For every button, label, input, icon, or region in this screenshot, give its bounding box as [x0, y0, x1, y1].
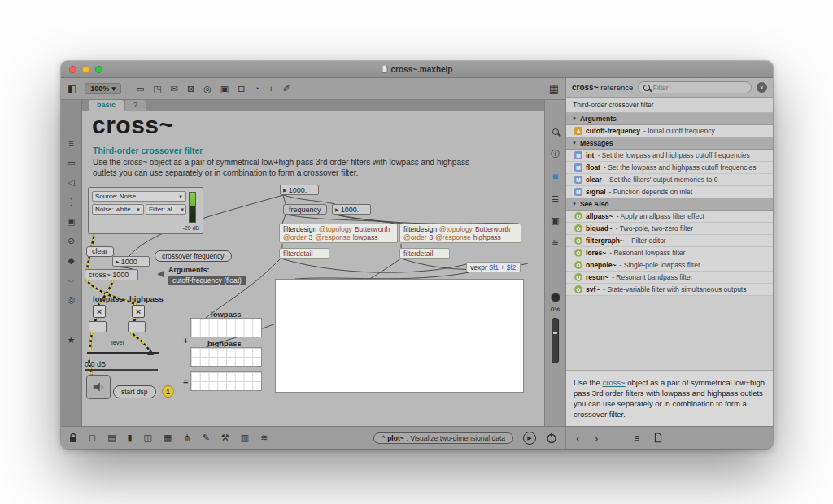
slider-thumb[interactable] [147, 349, 154, 355]
noise-menu[interactable]: Noise: white▼ [92, 204, 144, 215]
cross-reference-link[interactable]: cross~ [602, 378, 625, 387]
reference-item[interactable]: Mfloat - Set the lowpass and highpass cu… [566, 162, 773, 174]
toggle-object-icon[interactable]: ◳ [153, 84, 161, 94]
power-button[interactable] [546, 432, 557, 444]
lowpass-gain-object[interactable] [89, 321, 107, 332]
display-icon[interactable]: ▭ [67, 159, 75, 167]
reference-item[interactable]: Oallpass~ - Apply an allpass filter effe… [566, 211, 773, 223]
fullscreen-window-button[interactable] [95, 66, 102, 73]
lock-icon[interactable] [69, 433, 77, 443]
highpass-toggle[interactable]: × [132, 305, 145, 318]
tab-basic[interactable]: basic [89, 100, 124, 111]
highpass-gain-object[interactable] [128, 321, 146, 332]
delete-object-icon[interactable]: ⊠ [187, 84, 194, 94]
frequency-message[interactable]: frequency [283, 204, 327, 215]
sidebar-search[interactable] [638, 81, 752, 93]
hierarchy-icon[interactable]: ⋔ [183, 433, 190, 442]
nav-menu-icon[interactable]: ≡ [634, 433, 639, 443]
patcher-grid-icon[interactable]: ▦ [549, 83, 559, 95]
slider-object-icon[interactable]: ▣ [220, 84, 229, 94]
freq-number-box-2[interactable]: ▶1000. [332, 204, 371, 215]
reference-item[interactable]: Oreson~ - Resonant bandpass filter [566, 272, 773, 284]
reference-item[interactable]: Acutoff-frequency - Initial cutoff frequ… [566, 125, 773, 137]
reference-item[interactable]: Obiquad~ - Two-pole, two-zero filter [566, 223, 773, 235]
section-header[interactable]: ▼Arguments [566, 113, 773, 125]
layers-icon[interactable]: ◫ [144, 433, 152, 442]
add-object-icon[interactable]: + [268, 84, 273, 94]
reference-item[interactable]: Mint - Set the lowpass and highpass cuto… [566, 150, 773, 162]
snapshot-icon[interactable]: ▣ [551, 216, 559, 225]
speaker-strip-icon[interactable]: ◆ [68, 256, 74, 265]
filterdetail-lowpass-object[interactable]: filterdetail [279, 248, 329, 259]
reference-item[interactable]: Oonepole~ - Single-pole lowpass filter [566, 259, 773, 272]
tab-help[interactable]: ? [125, 100, 146, 111]
lowpass-toggle[interactable]: × [93, 305, 106, 318]
console-icon[interactable]: ≡ [68, 139, 73, 148]
list-panel-icon[interactable]: ≣ [552, 194, 559, 203]
record-button[interactable] [551, 293, 560, 302]
metro-object-icon[interactable]: ◔ [254, 84, 259, 94]
pen-icon[interactable]: ✎ [203, 433, 210, 442]
filter-menu[interactable]: Filter: al...▼ [146, 204, 186, 215]
probe-icon[interactable]: ⋮ [67, 198, 76, 206]
favorites-icon[interactable]: ★ [68, 336, 76, 345]
swap-icon[interactable]: ⇔ [67, 276, 76, 285]
search-input[interactable] [653, 84, 746, 92]
nav-back-button[interactable]: ‹ [576, 432, 580, 444]
hint-pill[interactable]: ^ plot~: Visualize two-dimensional data [373, 432, 513, 444]
section-header[interactable]: ▼Messages [566, 137, 773, 150]
number-object-icon[interactable]: ⊟ [238, 84, 245, 94]
number-triangle-icon: ▶ [116, 259, 120, 264]
section-header[interactable]: ▼See Also [566, 198, 773, 211]
reference-panel-icon[interactable]: ■ [552, 172, 558, 181]
reference-item[interactable]: Mclear - Set the filters' output memorie… [566, 174, 773, 186]
crossover-number-box[interactable]: ▶1000 [112, 256, 150, 267]
paint-tool-icon[interactable]: ✐ [282, 84, 290, 94]
filterdesign-highpass-object[interactable]: filterdesign@topologyButterworth @order3… [399, 224, 521, 243]
waveform-icon[interactable]: ≋ [260, 433, 268, 442]
reference-item[interactable]: Olores~ - Resonant lowpass filter [566, 247, 773, 259]
close-window-button[interactable] [69, 66, 76, 73]
reference-item[interactable]: Msignal - Function depends on inlet [566, 186, 773, 198]
run-button[interactable]: ▶ [523, 432, 536, 445]
patcher-canvas[interactable]: basic ? cross~ Third-order crossover fil… [82, 100, 544, 426]
mixer-panel-icon[interactable]: ▥ [241, 433, 249, 442]
zoom-dropdown[interactable]: 100%▾ [85, 83, 121, 94]
reference-item[interactable]: Ofiltergraph~ - Filter editor [566, 235, 773, 247]
mixer-icon[interactable]: ≋ [552, 238, 559, 247]
source-menu[interactable]: Source: Noise▼ [92, 191, 186, 202]
select-tool-icon[interactable]: ◻ [89, 433, 96, 442]
bottombar-left: ◻▤▮◫▦⋔✎⚒▥≋ ^ plot~: Visualize two-dimens… [61, 432, 565, 445]
button-object-icon[interactable]: ▭ [136, 84, 144, 94]
minimize-window-button[interactable] [82, 66, 89, 73]
freq-number-box[interactable]: ▶1000. [280, 185, 319, 195]
filterdetail-highpass-object[interactable]: filterdetail [399, 248, 450, 259]
record-strip-icon[interactable]: ◎ [68, 295, 76, 304]
start-dsp-button[interactable]: start dsp [113, 385, 156, 398]
reference-item[interactable]: Osvf~ - State-variable filter with simul… [566, 284, 773, 296]
volume-knob[interactable] [553, 332, 557, 334]
level-slider[interactable] [87, 348, 159, 358]
info-icon[interactable]: ⓘ [551, 150, 560, 159]
sum-grid-display [190, 371, 262, 391]
clear-button[interactable]: clear [86, 246, 114, 257]
zoom-tool-icon[interactable] [552, 128, 559, 137]
close-sidebar-button[interactable]: × [757, 82, 767, 93]
attachment-icon[interactable]: ⊘ [68, 237, 75, 245]
new-document-icon[interactable] [654, 433, 662, 443]
console-panel-icon[interactable]: ▤ [107, 433, 116, 442]
media-icon[interactable]: ▣ [67, 217, 75, 226]
message-object-icon[interactable]: ✉ [171, 84, 178, 94]
audio-status-icon[interactable]: ◁ [68, 178, 74, 187]
tools-icon[interactable]: ⚒ [221, 433, 229, 442]
speaker-button[interactable] [86, 375, 111, 399]
filterdesign-lowpass-object[interactable]: filterdesign@topologyButterworth @order3… [279, 224, 398, 243]
dial-object-icon[interactable]: ◎ [203, 84, 212, 94]
clip-icon[interactable]: ▮ [128, 433, 133, 442]
cross-object[interactable]: cross~ 1000 [85, 269, 138, 280]
vexpr-object[interactable]: vexpr $f1 + $f2 [466, 262, 521, 272]
sidebar-toggle-icon[interactable]: ◧ [68, 83, 76, 94]
grid-toggle-icon[interactable]: ▦ [164, 433, 172, 442]
nav-forward-button[interactable]: › [595, 432, 599, 444]
master-volume-slider[interactable] [552, 318, 559, 363]
